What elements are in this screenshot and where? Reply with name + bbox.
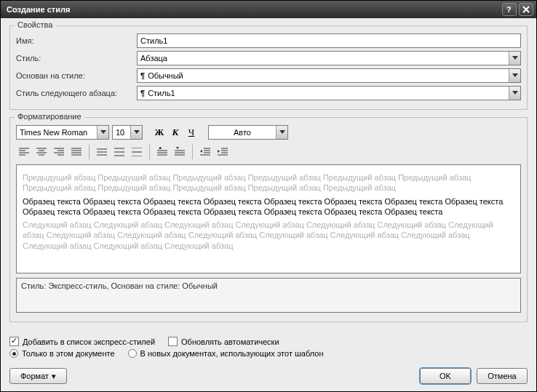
preview-sample-text: Образец текста Образец текста Образец те… [23,196,514,217]
line-spacing-1.5-button[interactable] [111,144,127,160]
chevron-down-icon [509,87,520,100]
preview-previous-paragraph: Предыдущий абзац Предыдущий абзац Предыд… [23,172,514,193]
font-select[interactable]: Times New Roman [16,125,109,140]
new-documents-radio[interactable]: В новых документах, использующих этот ша… [128,349,324,358]
radio-icon [9,349,18,358]
underline-button[interactable]: Ч [185,126,198,139]
align-justify-button[interactable] [68,144,84,160]
line-spacing-2-button[interactable] [129,144,145,160]
properties-group: Свойства Имя: Стиль: Абзаца Основан на с… [9,25,528,110]
align-center-button[interactable] [33,144,49,160]
create-style-dialog: Создание стиля ? Свойства Имя: Стиль: Аб… [0,0,537,392]
checkbox-icon [168,337,178,346]
format-menu-button[interactable]: Формат ▾ [9,368,67,384]
formatting-group: Форматирование Times New Roman 10 Ж К Ч … [9,117,528,322]
close-button[interactable] [519,3,533,16]
checkbox-icon [9,337,19,346]
chevron-down-icon [509,52,520,65]
title-bar: Создание стиля ? [1,1,536,18]
style-preview: Предыдущий абзац Предыдущий абзац Предыд… [16,164,521,273]
ok-button[interactable]: OK [420,368,471,384]
next-style-label: Стиль следующего абзаца: [16,89,137,97]
pilcrow-icon: ¶ [140,71,145,80]
align-left-button[interactable] [16,144,32,160]
add-to-express-checkbox[interactable]: Добавить в список экспресс-стилей [9,337,155,346]
font-size-select[interactable]: 10 [112,125,143,140]
chevron-down-icon [97,126,108,139]
radio-icon [128,349,137,358]
based-on-label: Основан на стиле: [16,71,137,80]
style-type-select[interactable]: Абзаца [137,51,521,65]
chevron-down-icon [276,126,287,139]
formatting-legend: Форматирование [15,112,84,121]
based-on-select[interactable]: ¶Обычный [137,68,521,83]
auto-update-checkbox[interactable]: Обновлять автоматически [168,337,279,346]
window-title: Создание стиля [4,5,502,14]
style-type-label: Стиль: [16,54,137,63]
style-description: Стиль: Экспресс-стиль, Основан на стиле:… [16,278,521,313]
pilcrow-icon: ¶ [140,89,145,97]
only-this-document-radio[interactable]: Только в этом документе [9,349,115,358]
italic-button[interactable]: К [169,126,182,139]
font-color-select[interactable]: Авто [208,125,288,140]
bold-button[interactable]: Ж [153,126,166,139]
space-before-decrease-button[interactable] [172,144,188,160]
help-button[interactable]: ? [502,3,517,16]
preview-next-paragraph: Следующий абзац Следующий абзац Следующи… [23,220,514,251]
properties-legend: Свойства [15,20,55,29]
chevron-down-icon [509,69,520,82]
align-right-button[interactable] [51,144,67,160]
indent-increase-button[interactable] [215,144,231,160]
indent-decrease-button[interactable] [197,144,213,160]
space-before-increase-button[interactable] [154,144,170,160]
svg-text:?: ? [506,5,512,14]
name-label: Имя: [16,36,137,45]
next-style-select[interactable]: ¶Стиль1 [137,86,521,100]
cancel-button[interactable]: Отмена [477,368,528,384]
chevron-down-icon [130,126,142,139]
name-input[interactable] [137,33,521,48]
line-spacing-1-button[interactable] [94,144,110,160]
chevron-down-icon: ▾ [52,372,56,381]
